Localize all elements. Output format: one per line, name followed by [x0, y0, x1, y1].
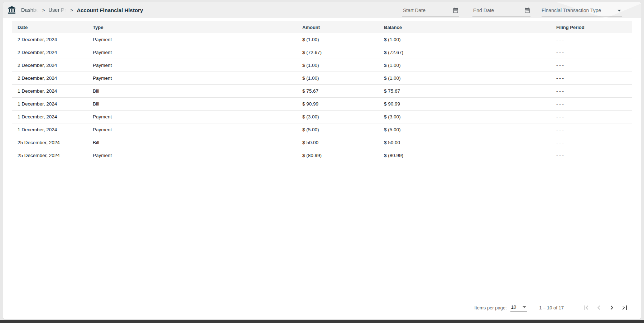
- cell-date: 2 December, 2024: [12, 75, 87, 81]
- cell-type: Payment: [87, 153, 297, 158]
- table-row: 2 December, 2024 Payment $ (72.67) $ (72…: [12, 46, 632, 59]
- transaction-type-select[interactable]: Financial Transaction Type: [542, 5, 622, 16]
- cell-date: 25 December, 2024: [12, 153, 87, 158]
- cell-balance: $ 75.67: [378, 88, 551, 94]
- cell-amount: $ (80.99): [297, 153, 378, 158]
- cell-type: Payment: [87, 127, 297, 132]
- cell-amount: $ (5.00): [297, 127, 378, 132]
- chevron-down-icon: [523, 306, 526, 308]
- cell-type: Bill: [87, 88, 297, 94]
- cell-type: Payment: [87, 75, 297, 81]
- column-header-balance: Balance: [378, 25, 551, 30]
- table-row: 1 December, 2024 Bill $ 90.99 $ 90.99 - …: [12, 98, 632, 111]
- chevron-left-icon: [595, 303, 603, 312]
- cell-filing-period: - - -: [551, 153, 632, 158]
- items-per-page-label: Items per page:: [475, 305, 507, 310]
- cell-date: 2 December, 2024: [12, 63, 87, 68]
- window-bottom-edge: [0, 320, 644, 323]
- table-row: 2 December, 2024 Payment $ (1.00) $ (1.0…: [12, 33, 632, 46]
- cell-filing-period: - - -: [551, 75, 632, 81]
- cell-type: Payment: [87, 63, 297, 68]
- cell-balance: $ (1.00): [378, 63, 551, 68]
- end-date-input[interactable]: [472, 7, 523, 14]
- cell-date: 1 December, 2024: [12, 101, 87, 107]
- cell-balance: $ 90.99: [378, 101, 551, 107]
- cell-date: 25 December, 2024: [12, 140, 87, 145]
- page-range-label: 1 – 10 of 17: [539, 305, 564, 310]
- next-page-button[interactable]: [605, 301, 618, 314]
- column-header-type: Type: [87, 25, 297, 30]
- cell-filing-period: - - -: [551, 140, 632, 145]
- first-page-icon: [582, 303, 590, 312]
- cell-filing-period: - - -: [551, 88, 632, 94]
- cell-date: 2 December, 2024: [12, 37, 87, 42]
- first-page-button[interactable]: [580, 301, 592, 314]
- page-title: Account Financial History: [77, 7, 143, 13]
- last-page-button[interactable]: [618, 301, 631, 314]
- table-row: 2 December, 2024 Payment $ (1.00) $ (1.0…: [12, 59, 632, 72]
- breadcrumb-link-dashboard[interactable]: Dashboard: [21, 7, 39, 13]
- cell-amount: $ (3.00): [297, 114, 378, 119]
- end-date-field[interactable]: [472, 5, 530, 16]
- toolbar: Dashboard > User Profile > Account Finan…: [3, 2, 641, 18]
- paginator: Items per page: 10 1 – 10 of 17: [475, 301, 631, 314]
- cell-type: Bill: [87, 140, 297, 145]
- cell-amount: $ (72.67): [297, 50, 378, 55]
- cell-type: Payment: [87, 50, 297, 55]
- app-window: Dashboard > User Profile > Account Finan…: [3, 2, 641, 319]
- breadcrumb-separator: >: [71, 8, 73, 13]
- last-page-icon: [620, 303, 629, 312]
- cell-filing-period: - - -: [551, 101, 632, 107]
- items-per-page-select[interactable]: 10: [510, 304, 527, 312]
- table-row: 1 December, 2024 Payment $ (3.00) $ (3.0…: [12, 111, 632, 123]
- previous-page-button[interactable]: [592, 301, 605, 314]
- cell-balance: $ (72.67): [378, 50, 551, 55]
- cell-balance: $ (80.99): [378, 153, 551, 158]
- breadcrumb: Dashboard > User Profile > Account Finan…: [8, 2, 143, 18]
- cell-amount: $ (1.00): [297, 75, 378, 81]
- cell-filing-period: - - -: [551, 63, 632, 68]
- cell-date: 2 December, 2024: [12, 50, 87, 55]
- calendar-icon[interactable]: [452, 7, 459, 14]
- table-body: 2 December, 2024 Payment $ (1.00) $ (1.0…: [12, 33, 632, 162]
- cell-amount: $ (1.00): [297, 37, 378, 42]
- cell-amount: $ (1.00): [297, 63, 378, 68]
- breadcrumb-separator: >: [42, 8, 45, 13]
- cell-filing-period: - - -: [551, 127, 632, 132]
- table-row: 25 December, 2024 Payment $ (80.99) $ (8…: [12, 149, 632, 162]
- financial-history-table: Date Type Amount Balance Filing Period 2…: [12, 21, 632, 162]
- cell-amount: $ 90.99: [297, 101, 378, 107]
- transaction-type-label: Financial Transaction Type: [542, 8, 617, 13]
- chevron-down-icon: [617, 10, 621, 11]
- cell-type: Payment: [87, 37, 297, 42]
- table-row: 25 December, 2024 Bill $ 50.00 $ 50.00 -…: [12, 136, 632, 149]
- bank-icon: [8, 6, 16, 14]
- table-header-row: Date Type Amount Balance Filing Period: [12, 21, 632, 33]
- cell-filing-period: - - -: [551, 37, 632, 42]
- column-header-amount: Amount: [297, 25, 378, 30]
- table-row: 1 December, 2024 Bill $ 75.67 $ 75.67 - …: [12, 85, 632, 98]
- table-row: 1 December, 2024 Payment $ (5.00) $ (5.0…: [12, 123, 632, 136]
- cell-date: 1 December, 2024: [12, 88, 87, 94]
- cell-balance: $ 50.00: [378, 140, 551, 145]
- cell-filing-period: - - -: [551, 50, 632, 55]
- cell-balance: $ (1.00): [378, 75, 551, 81]
- cell-filing-period: - - -: [551, 114, 632, 119]
- column-header-filing-period: Filing Period: [551, 25, 632, 30]
- cell-balance: $ (3.00): [378, 114, 551, 119]
- chevron-right-icon: [607, 303, 616, 312]
- cell-amount: $ 75.67: [297, 88, 378, 94]
- cell-type: Bill: [87, 101, 297, 107]
- cell-balance: $ (1.00): [378, 37, 551, 42]
- cell-amount: $ 50.00: [297, 140, 378, 145]
- calendar-icon[interactable]: [524, 7, 530, 14]
- cell-type: Payment: [87, 114, 297, 119]
- cell-date: 1 December, 2024: [12, 114, 87, 119]
- cell-balance: $ (5.00): [378, 127, 551, 132]
- table-row: 2 December, 2024 Payment $ (1.00) $ (1.0…: [12, 72, 632, 85]
- breadcrumb-link-user-profile[interactable]: User Profile: [49, 7, 67, 13]
- start-date-input[interactable]: [402, 7, 451, 14]
- start-date-field[interactable]: [402, 5, 459, 16]
- cell-date: 1 December, 2024: [12, 127, 87, 132]
- items-per-page-value: 10: [511, 304, 516, 310]
